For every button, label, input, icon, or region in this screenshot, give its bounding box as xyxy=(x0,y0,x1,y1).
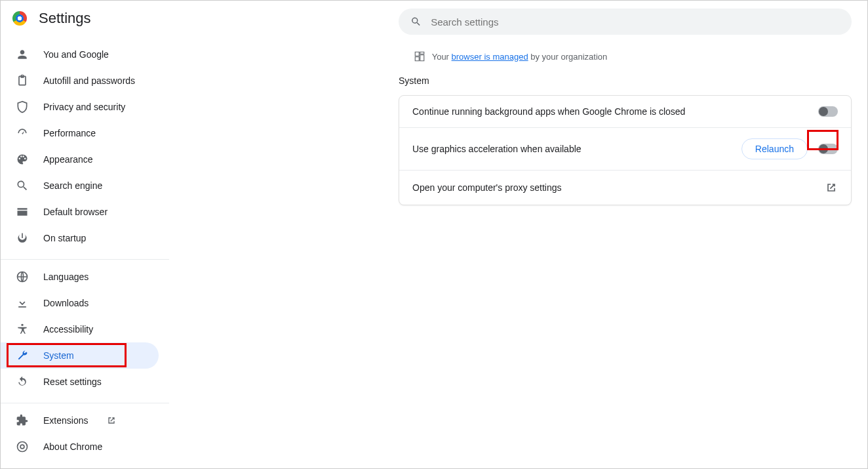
row-label: Open your computer's proxy settings xyxy=(412,182,562,193)
accessibility-icon xyxy=(16,323,29,336)
globe-icon xyxy=(16,270,29,283)
section-title-system: System xyxy=(399,75,852,86)
row-proxy-settings[interactable]: Open your computer's proxy settings xyxy=(399,170,851,205)
settings-sidebar: Settings You and GoogleAutofill and pass… xyxy=(1,1,169,468)
sidebar-item-search-engine[interactable]: Search engine xyxy=(1,173,159,199)
sidebar-item-label: About Chrome xyxy=(43,441,102,452)
sidebar-item-reset-settings[interactable]: Reset settings xyxy=(1,369,159,395)
search-settings-input[interactable] xyxy=(431,16,840,28)
sidebar-item-privacy-and-security[interactable]: Privacy and security xyxy=(1,94,159,120)
extension-icon xyxy=(16,414,29,427)
managed-browser-notice: Your browser is managed by your organiza… xyxy=(169,51,852,62)
toggle-graphics-acceleration[interactable] xyxy=(818,144,838,154)
search-icon xyxy=(410,16,422,28)
sidebar-item-accessibility[interactable]: Accessibility xyxy=(1,316,159,342)
sidebar-item-label: You and Google xyxy=(43,49,109,60)
palette-icon xyxy=(16,153,29,166)
sidebar-item-label: Privacy and security xyxy=(43,102,125,112)
sidebar-item-default-browser[interactable]: Default browser xyxy=(1,199,159,225)
sidebar-item-on-startup[interactable]: On startup xyxy=(1,225,159,251)
row-label: Use graphics acceleration when available xyxy=(412,144,582,154)
wrench-icon xyxy=(16,349,29,362)
open-external-icon xyxy=(106,415,117,426)
main-content: Your browser is managed by your organiza… xyxy=(169,1,867,468)
sidebar-item-label: Default browser xyxy=(43,207,108,217)
clipboard-icon xyxy=(16,74,29,87)
system-settings-card: Continue running background apps when Go… xyxy=(399,95,852,205)
sidebar-item-label: Reset settings xyxy=(43,377,102,387)
settings-header: Settings xyxy=(1,10,169,37)
sidebar-item-system[interactable]: System xyxy=(1,342,159,369)
sidebar-item-label: Accessibility xyxy=(43,324,93,335)
sidebar-item-label: Languages xyxy=(43,272,89,282)
speed-icon xyxy=(16,127,29,140)
open-external-icon xyxy=(825,181,838,194)
power-icon xyxy=(16,232,29,245)
managed-link[interactable]: browser is managed xyxy=(452,52,528,62)
restore-icon xyxy=(16,375,29,388)
sidebar-item-you-and-google[interactable]: You and Google xyxy=(1,41,159,68)
sidebar-item-autofill-and-passwords[interactable]: Autofill and passwords xyxy=(1,68,159,94)
managed-suffix: by your organization xyxy=(528,52,608,62)
sidebar-item-downloads[interactable]: Downloads xyxy=(1,290,159,316)
domain-icon xyxy=(414,51,425,62)
search-settings-bar[interactable] xyxy=(399,9,852,35)
sidebar-item-label: Appearance xyxy=(43,154,93,165)
sidebar-item-label: System xyxy=(43,350,74,361)
page-title: Settings xyxy=(39,10,91,27)
toggle-background-apps[interactable] xyxy=(818,106,838,117)
sidebar-item-label: Extensions xyxy=(43,415,88,426)
managed-prefix: Your xyxy=(432,52,452,62)
sidebar-item-label: Downloads xyxy=(43,298,89,308)
sidebar-item-about-chrome[interactable]: About Chrome xyxy=(1,434,159,460)
sidebar-item-extensions[interactable]: Extensions xyxy=(1,407,159,434)
sidebar-item-label: Autofill and passwords xyxy=(43,75,135,86)
sidebar-item-label: Search engine xyxy=(43,180,102,191)
shield-icon xyxy=(16,100,29,113)
person-icon xyxy=(16,48,29,61)
sidebar-item-appearance[interactable]: Appearance xyxy=(1,146,159,173)
search-icon xyxy=(16,179,29,192)
chrome-logo-icon xyxy=(12,11,27,26)
sidebar-item-label: Performance xyxy=(43,128,96,138)
sidebar-item-languages[interactable]: Languages xyxy=(1,264,159,290)
sidebar-item-performance[interactable]: Performance xyxy=(1,120,159,146)
sidebar-item-label: On startup xyxy=(43,233,86,243)
chrome-icon xyxy=(16,440,29,453)
download-icon xyxy=(16,296,29,310)
row-label: Continue running background apps when Go… xyxy=(412,106,685,117)
relaunch-button[interactable]: Relaunch xyxy=(741,138,808,159)
browser-icon xyxy=(16,205,29,218)
row-background-apps: Continue running background apps when Go… xyxy=(399,96,851,127)
row-graphics-acceleration: Use graphics acceleration when available… xyxy=(399,127,851,170)
